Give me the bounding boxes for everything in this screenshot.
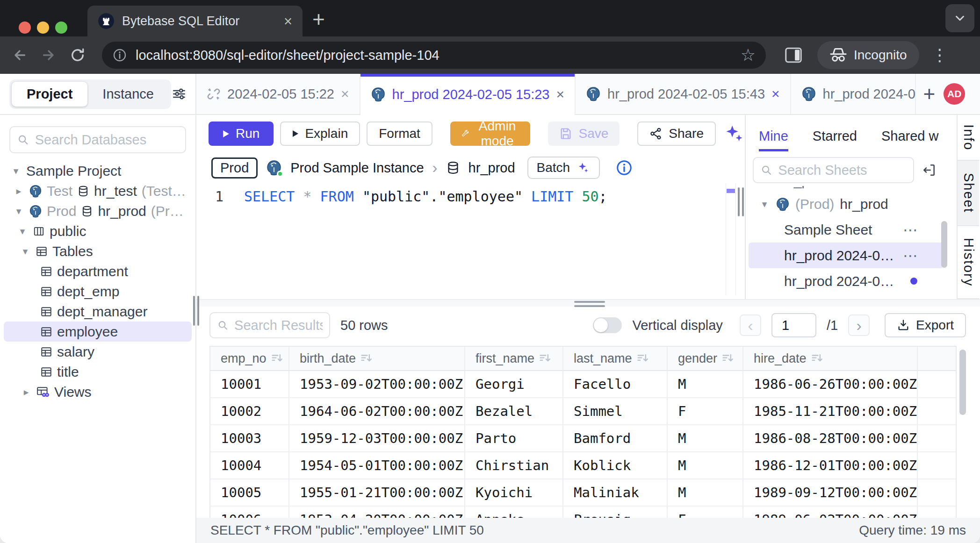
tree-item-table-dept-manager[interactable]: dept_manager (0, 301, 195, 322)
caret-right-icon[interactable]: ▸ (13, 186, 24, 197)
caret-down-icon[interactable]: ▾ (10, 165, 22, 177)
cell[interactable]: 10004 (210, 452, 289, 479)
explain-button[interactable]: Explain (280, 121, 360, 146)
tree-item-table-title[interactable]: title (0, 362, 195, 382)
rail-tab-history[interactable]: History (958, 226, 979, 299)
sheet-item[interactable]: Sample Sheet ⋯ (749, 217, 944, 243)
database-search[interactable] (9, 126, 186, 153)
cell[interactable]: 1955-01-21T00:00:00Z (289, 479, 465, 507)
export-button[interactable]: Export (885, 313, 966, 337)
cell[interactable]: M (668, 452, 743, 479)
reload-button[interactable] (68, 46, 87, 64)
cell[interactable]: Koblick (563, 452, 668, 479)
sidebar-resize-handle[interactable] (193, 296, 199, 326)
more-menu-icon[interactable]: ⋯ (903, 221, 919, 239)
cell[interactable]: Parto (465, 425, 563, 452)
sheet-list-scrollbar[interactable] (941, 221, 947, 268)
cell[interactable]: F (668, 507, 743, 518)
site-info-icon[interactable] (112, 48, 127, 63)
minimize-window-button[interactable] (37, 21, 49, 34)
cell[interactable]: Bezalel (465, 398, 563, 425)
cell[interactable]: Simmel (563, 398, 668, 425)
sheet-search[interactable] (753, 157, 914, 183)
tab-close-icon[interactable]: × (284, 14, 292, 29)
tree-item-database-test[interactable]: ▸ Test hr_test (Test… (0, 181, 195, 201)
column-header-last-name[interactable]: last_name (563, 347, 668, 371)
cell[interactable]: M (668, 425, 743, 452)
cell[interactable]: Maliniak (563, 479, 668, 507)
browser-menu-button[interactable]: ⋮ (931, 45, 948, 65)
sheet-item-clipped-top[interactable]: hr_prod 2024-0… (746, 186, 946, 192)
address-bar[interactable]: localhost:8080/sql-editor/sheet/project-… (102, 42, 766, 69)
cell[interactable]: 1989-06-02T00:00:00Z (743, 507, 918, 518)
next-page-button[interactable]: › (848, 314, 870, 336)
cell[interactable]: 1953-09-02T00:00:00Z (289, 371, 465, 398)
prev-page-button[interactable]: ‹ (740, 314, 761, 336)
caret-right-icon[interactable]: ▸ (21, 386, 32, 398)
cell[interactable]: 1986-12-01T00:00:00Z (743, 452, 918, 479)
cell[interactable]: M (668, 479, 743, 507)
tree-item-views-group[interactable]: ▸ Views (0, 382, 195, 402)
results-search[interactable] (209, 312, 330, 338)
browser-tab[interactable]: Bytebase SQL Editor × (87, 6, 303, 36)
cell[interactable]: 10001 (210, 371, 289, 398)
caret-down-icon[interactable]: ▾ (17, 226, 28, 237)
side-panel-button[interactable] (785, 47, 802, 63)
close-icon[interactable]: × (341, 87, 349, 101)
cell[interactable]: 10002 (210, 398, 289, 425)
cell[interactable]: Preusig (563, 507, 668, 518)
environment-chip[interactable]: Prod (211, 157, 258, 179)
results-split-divider[interactable] (196, 299, 980, 307)
sort-icon[interactable] (637, 352, 649, 364)
bookmark-star-icon[interactable]: ☆ (741, 45, 756, 65)
user-avatar[interactable]: AD (944, 83, 965, 105)
close-icon[interactable]: × (771, 87, 780, 101)
cell[interactable]: Kyoichi (465, 479, 563, 507)
sheet-tab[interactable]: hr_prod 2024-02-05 15:43 × (576, 74, 791, 114)
sort-icon[interactable] (722, 352, 734, 364)
cell[interactable]: Chirstian (465, 452, 563, 479)
cell[interactable]: 1959-12-03T00:00:00Z (289, 425, 465, 452)
sort-icon[interactable] (811, 352, 823, 364)
cell[interactable]: Anneke (465, 507, 563, 518)
collapse-panel-button[interactable] (922, 163, 937, 178)
sheet-search-input[interactable] (778, 163, 907, 178)
sheet-tab-disconnected[interactable]: 2024-02-05 15:22 × (196, 74, 360, 114)
cell[interactable]: 1986-08-28T00:00:00Z (743, 425, 918, 452)
share-button[interactable]: Share (637, 121, 716, 146)
cell[interactable]: Georgi (465, 371, 563, 398)
sql-code-line[interactable]: 1 SELECT * FROM "public"."employee" LIMI… (196, 183, 745, 207)
cell[interactable]: 1985-11-21T00:00:00Z (743, 398, 918, 425)
tree-item-table-department[interactable]: department (0, 261, 195, 281)
editor-panel-resize-handle[interactable] (738, 187, 744, 216)
ai-assistant-button[interactable] (723, 123, 745, 144)
tree-item-table-salary[interactable]: salary (0, 342, 195, 362)
tab-mine[interactable]: Mine (759, 129, 788, 151)
column-header-hire-date[interactable]: hire_date (743, 347, 918, 371)
format-button[interactable]: Format (367, 121, 432, 146)
sort-icon[interactable] (360, 352, 373, 364)
caret-down-icon[interactable]: ▾ (20, 246, 31, 257)
tab-project[interactable]: Project (12, 82, 87, 107)
caret-down-icon[interactable]: ▾ (13, 206, 24, 217)
connection-info-button[interactable] (616, 159, 633, 176)
editor-minimap-scrollbar[interactable] (726, 183, 736, 295)
cell[interactable]: 1954-05-01T00:00:00Z (289, 452, 465, 479)
column-header-gender[interactable]: gender (668, 347, 743, 371)
cell[interactable]: 1989-09-12T00:00:00Z (743, 479, 918, 507)
batch-mode-button[interactable]: Batch (527, 157, 600, 179)
caret-down-icon[interactable]: ▾ (759, 199, 770, 210)
tab-starred[interactable]: Starred (813, 129, 857, 151)
tab-search-button[interactable] (945, 4, 974, 32)
url-text[interactable]: localhost:8080/sql-editor/sheet/project-… (136, 48, 440, 63)
sheet-item-selected[interactable]: hr_prod 2024-0… ⋯ (749, 243, 944, 268)
sheet-tab-active[interactable]: hr_prod 2024-02-05 15:23 × (360, 74, 576, 115)
admin-mode-button[interactable]: Admin mode (450, 121, 531, 146)
tab-shared-with-me[interactable]: Shared w (881, 129, 943, 151)
new-sheet-button[interactable]: + (923, 82, 936, 106)
run-button[interactable]: Run (209, 121, 274, 146)
cell[interactable]: Bamford (563, 425, 668, 452)
maximize-window-button[interactable] (55, 21, 67, 34)
results-scrollbar[interactable] (959, 350, 966, 415)
tree-item-table-dept-emp[interactable]: dept_emp (0, 281, 195, 301)
